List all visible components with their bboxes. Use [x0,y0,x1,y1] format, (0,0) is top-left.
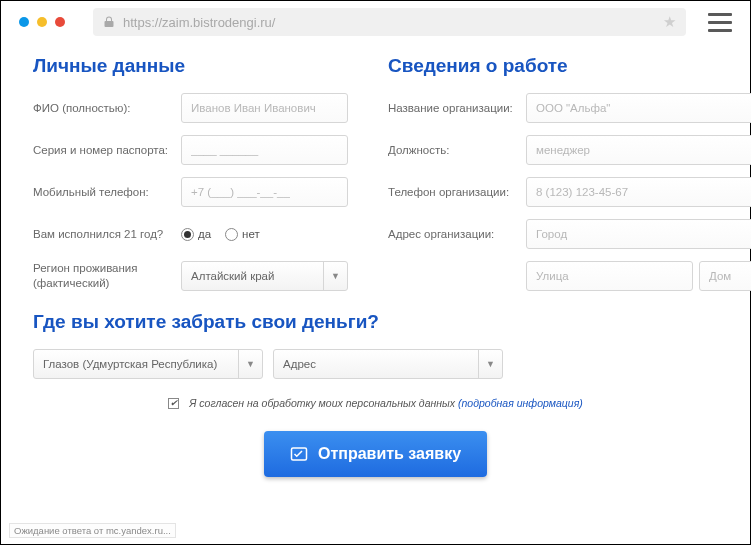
chevron-down-icon: ▼ [323,262,347,290]
region-label: Регион проживания (фактический) [33,261,181,291]
dot-yellow[interactable] [37,17,47,27]
consent-row: ✔ Я согласен на обработку моих персональ… [33,397,718,409]
fio-label: ФИО (полностью): [33,101,181,116]
age-yes-label: да [198,228,211,240]
chevron-down-icon: ▼ [478,350,502,378]
browser-toolbar: https://zaim.bistrodengi.ru/ ★ [1,1,750,43]
pickup-city-select[interactable]: Глазов (Удмуртская Республика) ▼ [33,349,263,379]
pickup-address-select[interactable]: Адрес ▼ [273,349,503,379]
passport-label: Серия и номер паспорта: [33,143,181,158]
submit-label: Отправить заявку [318,445,461,463]
position-input[interactable] [526,135,751,165]
envelope-check-icon [290,445,308,463]
position-label: Должность: [388,143,526,158]
dot-blue[interactable] [19,17,29,27]
chevron-down-icon: ▼ [238,350,262,378]
consent-text: Я согласен на обработку моих персональны… [189,397,455,409]
bookmark-star-icon[interactable]: ★ [663,13,676,31]
work-section: Сведения о работе Название организации: … [388,55,751,303]
org-house-input[interactable] [699,261,751,291]
submit-button[interactable]: Отправить заявку [264,431,487,477]
region-select[interactable]: Алтайский край ▼ [181,261,348,291]
age-yes-radio[interactable]: да [181,228,211,241]
org-street-input[interactable] [526,261,693,291]
menu-button[interactable] [708,13,732,32]
window-controls [19,17,65,27]
address-bar[interactable]: https://zaim.bistrodengi.ru/ ★ [93,8,686,36]
fio-input[interactable] [181,93,348,123]
org-addr-label: Адрес организации: [388,227,526,242]
work-heading: Сведения о работе [388,55,751,77]
phone-label: Мобильный телефон: [33,185,181,200]
org-phone-label: Телефон организации: [388,185,526,200]
age-label: Вам исполнился 21 год? [33,227,181,242]
consent-checkbox[interactable]: ✔ [168,398,179,409]
url-text: https://zaim.bistrodengi.ru/ [123,15,655,30]
org-label: Название организации: [388,101,526,116]
personal-section: Личные данные ФИО (полностью): Серия и н… [33,55,348,303]
org-input[interactable] [526,93,751,123]
region-value: Алтайский край [191,270,274,282]
org-city-input[interactable] [526,219,751,249]
age-no-radio[interactable]: нет [225,228,260,241]
pickup-heading: Где вы хотите забрать свои деньги? [33,311,718,333]
org-phone-input[interactable] [526,177,751,207]
phone-input[interactable] [181,177,348,207]
pickup-city-value: Глазов (Удмуртская Республика) [43,358,217,370]
dot-red[interactable] [55,17,65,27]
status-bar: Ожидание ответа от mc.yandex.ru... [9,523,176,538]
personal-heading: Личные данные [33,55,348,77]
radio-icon [225,228,238,241]
consent-link[interactable]: (подробная информация) [458,397,583,409]
age-no-label: нет [242,228,260,240]
passport-input[interactable] [181,135,348,165]
pickup-address-value: Адрес [283,358,316,370]
lock-icon [103,16,115,28]
radio-icon [181,228,194,241]
